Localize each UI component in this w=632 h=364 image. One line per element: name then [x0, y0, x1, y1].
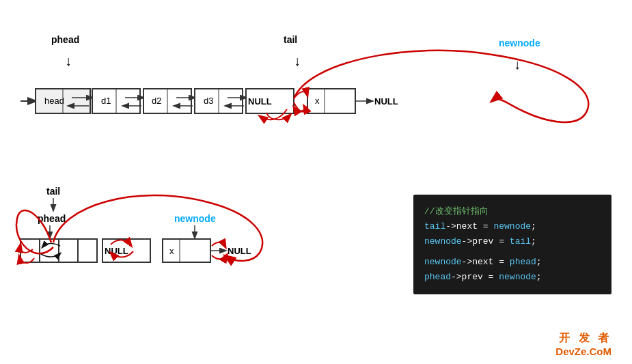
code-line2: newnode->prev = tail;	[424, 234, 601, 249]
tail-arrow-top: ↓	[294, 53, 301, 69]
svg-rect-16	[195, 89, 243, 113]
diagram-container: phead ↓ tail ↓ newnode ↓ head d1 d2	[0, 0, 632, 364]
svg-rect-23	[307, 89, 355, 113]
svg-rect-38	[102, 239, 150, 262]
svg-rect-35	[40, 239, 59, 262]
svg-text:phead: phead	[38, 213, 66, 224]
code-box: //改变指针指向 tail->next = newnode; newnode->…	[413, 195, 612, 294]
svg-text:d1: d1	[101, 96, 111, 106]
svg-rect-34	[20, 239, 40, 262]
newnode-arrow-top: ↓	[514, 57, 521, 72]
phead-arrow-top: ↓	[65, 53, 72, 69]
svg-text:NULL: NULL	[228, 246, 251, 256]
code-line1: tail->next = newnode;	[424, 219, 601, 234]
svg-text:x: x	[315, 96, 320, 106]
svg-text:NULL: NULL	[105, 246, 128, 256]
svg-rect-36	[59, 239, 78, 262]
tail-label-top: tail	[284, 34, 297, 45]
svg-rect-40	[163, 239, 210, 262]
svg-rect-1	[36, 89, 90, 113]
svg-text:newnode: newnode	[174, 213, 216, 224]
svg-rect-37	[78, 239, 97, 262]
top-diagram-svg: head d1 d2 d3 NULL x	[0, 0, 632, 364]
svg-text:d3: d3	[204, 96, 213, 106]
svg-text:NULL: NULL	[248, 96, 272, 107]
svg-text:d2: d2	[152, 96, 161, 106]
svg-rect-6	[92, 89, 140, 113]
watermark-cn: 开 发 者	[555, 331, 612, 346]
svg-rect-11	[143, 89, 191, 113]
svg-rect-21	[246, 89, 294, 113]
svg-text:tail: tail	[46, 186, 60, 197]
newnode-label-top: newnode	[499, 38, 540, 48]
code-line4: phead->prev = newnode;	[424, 270, 601, 285]
phead-label-top: phead	[51, 34, 79, 45]
svg-text:head: head	[44, 96, 64, 106]
code-comment: //改变指针指向	[424, 204, 601, 219]
watermark: 开 发 者 DevZe.CoM	[555, 331, 612, 357]
svg-text:x: x	[169, 246, 174, 256]
watermark-en: DevZe.CoM	[555, 346, 612, 357]
code-line3: newnode->next = phead;	[424, 255, 601, 270]
svg-text:NULL: NULL	[374, 96, 398, 107]
